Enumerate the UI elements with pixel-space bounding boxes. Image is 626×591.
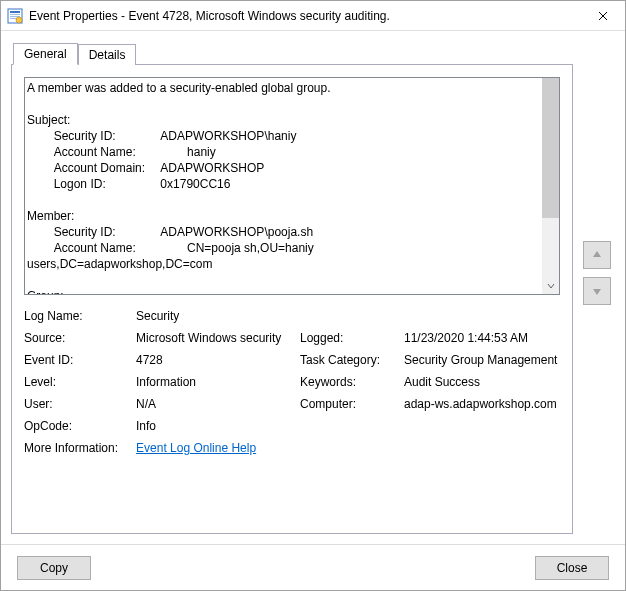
source-label: Source: bbox=[24, 331, 132, 345]
opcode-value: Info bbox=[136, 419, 560, 433]
copy-button[interactable]: Copy bbox=[17, 556, 91, 580]
source-value: Microsoft Windows security bbox=[136, 331, 296, 345]
window-title: Event Properties - Event 4728, Microsoft… bbox=[29, 9, 580, 23]
client-area: General Details A member was added to a … bbox=[1, 31, 625, 544]
event-properties-window: Event Properties - Event 4728, Microsoft… bbox=[0, 0, 626, 591]
navigation-buttons bbox=[579, 41, 615, 534]
event-metadata-grid: Log Name: Security Source: Microsoft Win… bbox=[24, 309, 560, 433]
close-window-button[interactable] bbox=[580, 1, 625, 30]
arrow-up-icon bbox=[590, 248, 604, 262]
dialog-button-bar: Copy Close bbox=[1, 544, 625, 590]
keywords-label: Keywords: bbox=[300, 375, 400, 389]
close-icon bbox=[598, 11, 608, 21]
more-information-label: More Information: bbox=[24, 441, 118, 455]
previous-event-button[interactable] bbox=[583, 241, 611, 269]
event-log-online-help-link[interactable]: Event Log Online Help bbox=[136, 441, 256, 455]
level-label: Level: bbox=[24, 375, 132, 389]
tab-panel-general: A member was added to a security-enabled… bbox=[11, 64, 573, 534]
event-id-value: 4728 bbox=[136, 353, 296, 367]
arrow-down-icon bbox=[590, 284, 604, 298]
description-scrollbar[interactable] bbox=[542, 78, 559, 294]
tab-general[interactable]: General bbox=[13, 43, 78, 65]
level-value: Information bbox=[136, 375, 296, 389]
event-id-label: Event ID: bbox=[24, 353, 132, 367]
tab-details[interactable]: Details bbox=[78, 44, 137, 65]
event-description-text: A member was added to a security-enabled… bbox=[25, 78, 559, 295]
task-category-label: Task Category: bbox=[300, 353, 400, 367]
opcode-label: OpCode: bbox=[24, 419, 132, 433]
more-information-row: More Information: Event Log Online Help bbox=[24, 441, 560, 455]
svg-point-5 bbox=[16, 17, 22, 23]
close-button[interactable]: Close bbox=[535, 556, 609, 580]
tab-strip: General Details bbox=[11, 41, 573, 64]
computer-label: Computer: bbox=[300, 397, 400, 411]
user-label: User: bbox=[24, 397, 132, 411]
svg-rect-2 bbox=[10, 14, 20, 15]
logged-value: 11/23/2020 1:44:53 AM bbox=[404, 331, 560, 345]
task-category-value: Security Group Management bbox=[404, 353, 560, 367]
eventviewer-icon bbox=[7, 8, 23, 24]
next-event-button[interactable] bbox=[583, 277, 611, 305]
logged-label: Logged: bbox=[300, 331, 400, 345]
scrollbar-down-arrow-icon[interactable] bbox=[542, 277, 559, 294]
log-name-value: Security bbox=[136, 309, 560, 323]
titlebar: Event Properties - Event 4728, Microsoft… bbox=[1, 1, 625, 31]
log-name-label: Log Name: bbox=[24, 309, 132, 323]
event-description-box: A member was added to a security-enabled… bbox=[24, 77, 560, 295]
computer-value: adap-ws.adapworkshop.com bbox=[404, 397, 560, 411]
scrollbar-thumb[interactable] bbox=[542, 78, 559, 218]
svg-rect-1 bbox=[10, 11, 20, 13]
keywords-value: Audit Success bbox=[404, 375, 560, 389]
user-value: N/A bbox=[136, 397, 296, 411]
